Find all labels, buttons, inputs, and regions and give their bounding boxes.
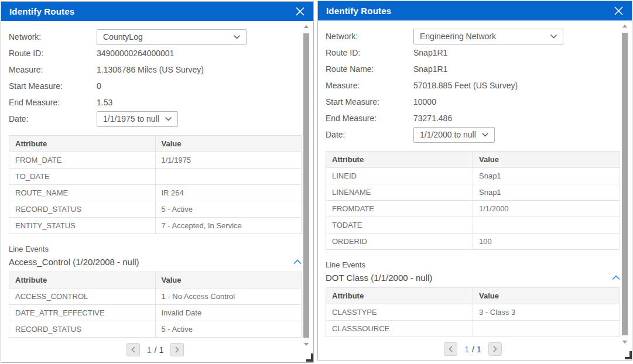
value-cell (155, 169, 302, 185)
attribute-cell: LINEID (326, 168, 473, 184)
resize-handle[interactable] (306, 353, 313, 362)
attribute-cell: CLASSTYPE (326, 304, 473, 321)
field-value: 0 (97, 81, 101, 91)
field-value: 34900000264000001 (97, 49, 174, 58)
field-value: Snap1R1 (413, 48, 447, 57)
value-column-header: Value (155, 136, 302, 152)
chevron-down-icon (550, 35, 557, 39)
value-cell: Snap1 (473, 168, 620, 184)
page-indicator: 1 / 1 (464, 345, 481, 354)
dropdown-selected-value: Engineering Network (420, 32, 496, 41)
chevron-left-icon (449, 346, 453, 352)
identify-routes-window-right: Identify Routes Network: Engineering Net… (317, 1, 632, 360)
attribute-column-header: Attribute (326, 152, 473, 168)
field-row: Start Measure: 10000 (326, 94, 620, 110)
scroll-up-arrow-icon[interactable] (622, 25, 627, 28)
chevron-left-icon (131, 346, 135, 353)
pagination: 1 / 1 (9, 343, 302, 356)
page-indicator: 1 / 1 (147, 345, 163, 355)
field-row: Date: 1/1/1975 to null (9, 111, 302, 127)
vertical-scrollbar[interactable] (303, 25, 309, 346)
attribute-cell: ROUTE_NAME (9, 185, 156, 201)
value-cell: 7 - Accepted, In Service (155, 218, 302, 234)
value-cell (473, 321, 620, 337)
value-cell: Invalid Date (155, 305, 302, 321)
field-label: Start Measure: (9, 81, 97, 91)
field-dropdown[interactable]: 1/1/2000 to null (413, 127, 495, 143)
table-row: CLASSTYPE 3 - Class 3 (326, 304, 620, 321)
previous-page-button[interactable] (126, 343, 140, 356)
line-event-section-title: Access_Control (1/20/2008 - null) (9, 257, 139, 267)
table-row: TODATE (326, 217, 620, 233)
window-titlebar[interactable]: Identify Routes (1, 2, 313, 21)
field-label: Route Name: (326, 64, 413, 74)
current-page-number: 1 (147, 345, 152, 355)
line-event-attribute-table: Attribute Value CLASSTYPE 3 - Class 3 CL… (326, 287, 620, 337)
attribute-cell: RECORD_STATUS (9, 201, 156, 218)
dropdown-selected-value: CountyLog (103, 32, 143, 42)
collapse-section-button[interactable] (293, 259, 302, 265)
value-cell: 1/1/2000 (473, 201, 620, 217)
table-row: ROUTE_NAME IR 264 (9, 185, 302, 201)
line-events-label: Line Events (326, 260, 620, 269)
field-label: Network: (326, 32, 413, 41)
attribute-cell: TO_DATE (9, 169, 156, 185)
current-page-number: 1 (464, 345, 469, 354)
value-cell: IR 264 (155, 185, 302, 201)
attribute-cell: DATE_ATTR_EFFECTIVE (9, 305, 156, 321)
table-row: FROMDATE 1/1/2000 (326, 201, 620, 217)
close-icon[interactable] (613, 5, 624, 17)
attribute-table: Attribute Value FROM_DATE 1/1/1975 TO_DA… (9, 135, 302, 234)
table-row: ACCESS_CONTROL 1 - No Access Control (9, 289, 302, 305)
scroll-up-arrow-icon[interactable] (304, 25, 309, 28)
attribute-table: Attribute Value LINEID Snap1 LINENAME (326, 151, 620, 250)
field-dropdown[interactable]: 1/1/1975 to null (97, 111, 178, 127)
route-fields: Network: Engineering Network Route ID: S… (326, 28, 620, 143)
field-value: 1.1306786 Miles (US Survey) (97, 65, 204, 74)
field-label: Date: (9, 114, 97, 123)
field-value: 73271.486 (413, 114, 452, 123)
field-row: Route Name: Snap1R1 (326, 61, 620, 77)
resize-handle[interactable] (625, 351, 632, 359)
attribute-cell: ENTITY_STATUS (9, 218, 156, 234)
field-value: 10000 (413, 97, 436, 107)
chevron-up-icon (293, 259, 302, 265)
next-page-button[interactable] (170, 343, 184, 356)
line-event-section-header: DOT Class (1/1/2000 - null) (326, 273, 620, 283)
field-row: Route ID: Snap1R1 (326, 44, 620, 61)
window-titlebar[interactable]: Identify Routes (318, 1, 632, 20)
window-title: Identify Routes (9, 6, 74, 16)
total-pages: / 1 (472, 345, 481, 354)
previous-page-button[interactable] (444, 342, 457, 356)
field-label: Route ID: (326, 48, 413, 57)
chevron-down-icon (165, 117, 172, 121)
line-events-label: Line Events (9, 245, 302, 253)
attribute-cell: TODATE (326, 217, 473, 233)
scroll-down-arrow-icon[interactable] (622, 341, 627, 344)
attribute-cell: FROM_DATE (9, 152, 156, 169)
vertical-scrollbar[interactable] (622, 25, 628, 344)
identify-routes-window-left: Identify Routes Network: CountyLog (1, 1, 314, 363)
table-row: ORDERID 100 (326, 233, 620, 250)
table-row: ENTITY_STATUS 7 - Accepted, In Service (9, 218, 302, 234)
scroll-down-arrow-icon[interactable] (304, 343, 309, 346)
field-value: 57018.885 Feet (US Survey) (413, 81, 518, 90)
close-icon[interactable] (294, 6, 306, 18)
field-row: Network: CountyLog (9, 29, 302, 45)
field-dropdown[interactable]: Engineering Network (413, 29, 563, 44)
attribute-cell: FROMDATE (326, 201, 473, 217)
next-page-button[interactable] (488, 342, 502, 356)
field-dropdown[interactable]: CountyLog (97, 29, 247, 45)
value-cell (473, 217, 620, 233)
field-label: Network: (9, 32, 97, 42)
scrollbar-thumb[interactable] (622, 33, 628, 335)
table-row: RECORD_STATUS 5 - Active (9, 321, 302, 338)
collapse-section-button[interactable] (612, 275, 620, 280)
dropdown-selected-value: 1/1/1975 to null (103, 114, 159, 123)
field-label: Measure: (9, 65, 97, 74)
chevron-up-icon (612, 275, 620, 280)
table-row: RECORD_STATUS 5 - Active (9, 201, 302, 218)
value-cell: 100 (473, 233, 620, 250)
scrollbar-thumb[interactable] (303, 33, 309, 338)
field-row: Network: Engineering Network (326, 28, 620, 44)
